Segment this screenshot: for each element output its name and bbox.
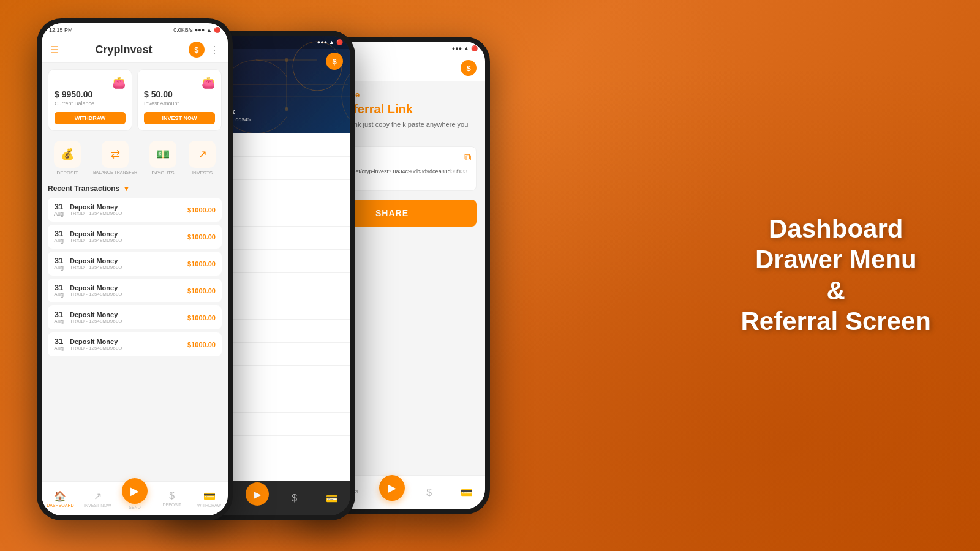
deposit-nav-icon: $ [169, 490, 175, 501]
dropdown-icon[interactable]: ▼ [123, 184, 130, 193]
invest-wallet-icon: 👛 [202, 76, 215, 89]
drawer-nav-deposit[interactable]: $ [276, 481, 313, 515]
svg-point-5 [285, 58, 288, 62]
home-icon: 🏠 [54, 490, 66, 502]
invests-icon: ↗ [189, 141, 216, 168]
more-icon[interactable]: ⋮ [209, 44, 219, 56]
status-bar-dashboard: 12:15 PM 0.0KB/s ●●● ▲ 🔴 [42, 23, 228, 37]
invest-label: Invest Amount [144, 100, 215, 107]
current-balance-card: 👛 $ 9950.00 Current Balance WITHDRAW [48, 69, 132, 131]
invest-amount: $ 50.00 [144, 89, 215, 99]
nav-invest[interactable]: ↗ INVEST NOW [79, 482, 116, 515]
current-balance-label: Current Balance [55, 100, 126, 107]
balance-transfer-action[interactable]: ⇄ BALANCE TRANSFER [93, 141, 137, 176]
payouts-label: PAYOUTS [152, 170, 175, 176]
current-balance-amount: $ 9950.00 [55, 89, 126, 99]
drawer-send-icon: ▶ [254, 489, 261, 500]
invest-amount-card: 👛 $ 50.00 Invest Amount INVEST NOW [137, 69, 222, 131]
transfer-icon: ⇄ [102, 141, 129, 168]
promo-line2: Drawer Menu [755, 246, 917, 274]
referral-nav-deposit[interactable]: $ [410, 476, 448, 509]
ref-withdraw-icon: 💳 [461, 487, 473, 498]
promo-line3: & [827, 276, 845, 305]
drawer-send-btn[interactable]: ▶ [246, 482, 269, 506]
promo-line1: Dashboard [769, 214, 903, 243]
invests-label: INVESTS [192, 170, 213, 176]
referral-dollar-icon[interactable]: $ [461, 60, 477, 76]
deposit-label: DEPOSIT [56, 170, 78, 176]
deposit-icon: 💰 [54, 141, 81, 168]
status-signal: ●●● [195, 27, 205, 33]
ref-deposit-icon: $ [426, 487, 432, 498]
drawer-deposit-icon: $ [292, 493, 297, 504]
transaction-item: 31Aug Deposit MoneyTRXID - 12548MD96LO $… [48, 279, 222, 302]
transaction-item: 31Aug Deposit MoneyTRXID - 12548MD96LO $… [48, 305, 222, 329]
nav-dashboard[interactable]: 🏠 DASHBOARD [42, 482, 79, 515]
app-title: CrypInvest [95, 43, 152, 56]
promo-line4: Referral Screen [741, 307, 931, 335]
nav-withdraw[interactable]: 💳 WITHDRAW [190, 482, 228, 515]
transaction-item: 31Aug Deposit MoneyTRXID - 12548MD96LO $… [48, 332, 222, 356]
invests-action[interactable]: ↗ INVESTS [189, 141, 216, 176]
balance-cards: 👛 $ 9950.00 Current Balance WITHDRAW 👛 $… [48, 69, 222, 131]
withdraw-button[interactable]: WITHDRAW [55, 112, 126, 124]
wallet-icon: 👛 [112, 76, 126, 89]
dashboard-body: 👛 $ 9950.00 Current Balance WITHDRAW 👛 $… [42, 63, 228, 479]
bottom-navigation: 🏠 DASHBOARD ↗ INVEST NOW ▶ SEND $ DEPOSI… [42, 481, 228, 515]
copy-icon[interactable]: ⧉ [464, 152, 471, 163]
send-icon: ▶ [122, 478, 148, 504]
transaction-item: 31Aug Deposit MoneyTRXID - 12548MD96LO $… [48, 252, 222, 276]
invest-now-button[interactable]: INVEST NOW [144, 112, 215, 124]
dollar-icon[interactable]: $ [189, 42, 205, 58]
status-wifi: ▲ [206, 27, 212, 33]
app-header: ☰ CrypInvest $ ⋮ [42, 37, 228, 63]
quick-actions: 💰 DEPOSIT ⇄ BALANCE TRANSFER 💵 PAYOUTS ↗… [48, 141, 222, 176]
hamburger-icon[interactable]: ☰ [50, 44, 59, 56]
transaction-list: 31Aug Deposit MoneyTRXID - 12548MD96LO $… [48, 198, 222, 356]
referral-nav-send[interactable]: ▶ [374, 476, 411, 509]
drawer-dollar-icon[interactable]: $ [326, 53, 343, 70]
referral-nav-withdraw[interactable]: 💳 [448, 476, 485, 509]
svg-point-6 [285, 107, 288, 111]
withdraw-nav-icon: 💳 [203, 490, 216, 502]
invest-nav-icon: ↗ [94, 490, 102, 502]
recent-transactions-title: Recent Transactions ▼ [48, 184, 222, 193]
status-time: 12:15 PM [49, 27, 73, 33]
drawer-nav-withdraw[interactable]: 💳 [313, 481, 350, 515]
payouts-action[interactable]: 💵 PAYOUTS [149, 141, 176, 176]
drawer-withdraw-icon: 💳 [326, 493, 338, 504]
status-battery: 🔴 [214, 27, 221, 33]
status-data: 0.0KB/s [173, 27, 193, 33]
phone-dashboard: 12:15 PM 0.0KB/s ●●● ▲ 🔴 ☰ CrypInvest $ … [37, 18, 233, 520]
transaction-item: 31Aug Deposit MoneyTRXID - 12548MD96LO $… [48, 225, 222, 249]
promo-text-block: Dashboard Drawer Menu & Referral Screen [741, 214, 931, 337]
deposit-action[interactable]: 💰 DEPOSIT [54, 141, 81, 176]
drawer-nav-send[interactable]: ▶ [239, 481, 276, 515]
transaction-item: 31Aug Deposit MoneyTRXID - 12548MD96LO $… [48, 198, 222, 222]
payouts-icon: 💵 [149, 141, 176, 168]
nav-deposit[interactable]: $ DEPOSIT [153, 482, 190, 515]
transfer-label: BALANCE TRANSFER [93, 170, 137, 174]
ref-send-icon: ▶ [379, 475, 405, 501]
nav-send[interactable]: ▶ SEND [116, 482, 154, 515]
